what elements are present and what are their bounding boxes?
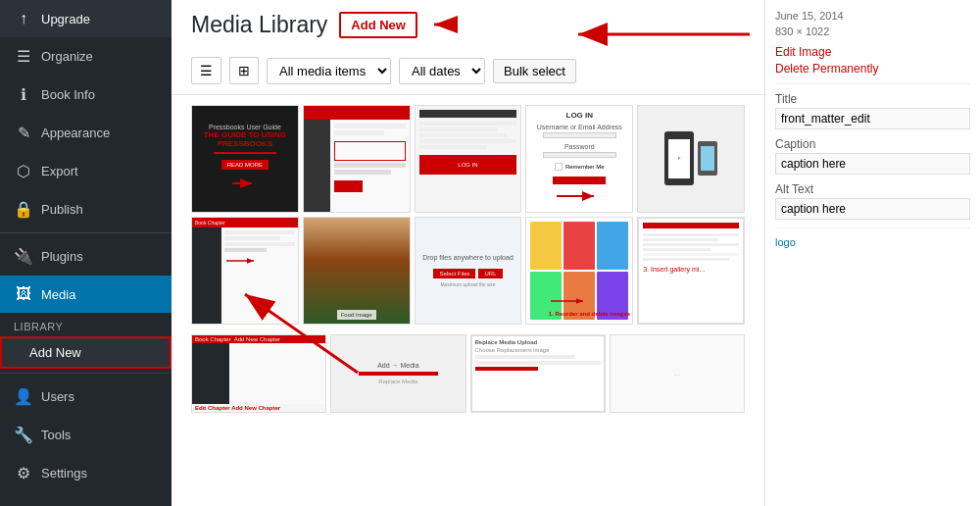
settings-icon: ⚙ xyxy=(14,464,33,482)
bottom-item-4[interactable]: ... xyxy=(610,334,745,413)
alt-text-label: Alt Text xyxy=(775,182,970,196)
grid-view-btn[interactable]: ⊞ xyxy=(229,57,259,84)
alt-text-input[interactable] xyxy=(775,198,970,220)
sidebar-item-label: Appearance xyxy=(41,126,110,140)
media-item-5[interactable]: P xyxy=(637,105,745,213)
sidebar: ↑ Upgrade ☰ Organize ℹ Book Info ✎ Appea… xyxy=(0,0,172,506)
delete-permanently-link[interactable]: Delete Permanently xyxy=(775,62,970,76)
sidebar-item-book-info[interactable]: ℹ Book Info xyxy=(0,76,172,114)
sidebar-item-export[interactable]: ⬡ Export xyxy=(0,152,172,190)
upgrade-icon: ↑ xyxy=(14,10,33,27)
sidebar-item-label: Publish xyxy=(41,202,83,217)
sidebar-item-tools[interactable]: 🔧 Tools xyxy=(0,416,172,454)
bottom-item-1[interactable]: Book Chapter Add New Chapter Edit Chapte… xyxy=(191,334,326,413)
bottom-item-1-sub: Add New Chapter xyxy=(231,405,280,411)
title-label: Title xyxy=(775,92,970,106)
arrow-in-thumb-4 xyxy=(555,186,604,206)
media-item-8[interactable]: Drop files anywhere to upload Select Fil… xyxy=(415,217,522,325)
sidebar-item-label: Settings xyxy=(41,466,87,481)
sidebar-item-organize[interactable]: ☰ Organize xyxy=(0,37,172,76)
page-header: Media Library Add New xyxy=(172,0,764,47)
sidebar-item-publish[interactable]: 🔒 Publish xyxy=(0,190,172,228)
media-item-1[interactable]: Pressbooks User Guide THE GUIDE TO USING… xyxy=(191,105,299,213)
sidebar-item-label: Tools xyxy=(41,428,71,442)
date-filter[interactable]: All dates xyxy=(399,58,485,84)
plugins-icon: 🔌 xyxy=(14,247,33,266)
caption-input[interactable] xyxy=(775,153,970,175)
title-field: Title xyxy=(775,92,970,129)
sidebar-item-appearance[interactable]: ✎ Appearance xyxy=(0,114,172,152)
right-panel-date: June 15, 2014 xyxy=(775,10,970,22)
bulk-select-button[interactable]: Bulk select xyxy=(493,59,576,83)
media-item-7[interactable]: Food Image xyxy=(303,217,411,325)
sidebar-item-upgrade[interactable]: ↑ Upgrade xyxy=(0,0,172,37)
edit-image-link[interactable]: Edit Image xyxy=(775,45,970,59)
sidebar-item-label: Users xyxy=(41,389,74,404)
info-icon: ℹ xyxy=(14,85,33,104)
tools-icon: 🔧 xyxy=(14,426,33,444)
filter-bar: ☰ ⊞ All media items All dates Bulk selec… xyxy=(172,47,764,95)
sidebar-item-label: Upgrade xyxy=(41,12,90,26)
media-item-10[interactable]: 3. Insert gallery mi... xyxy=(637,217,745,325)
sidebar-item-media[interactable]: 🖼 Media xyxy=(0,276,172,313)
appearance-icon: ✎ xyxy=(14,124,33,142)
media-item-3[interactable]: LOG IN xyxy=(415,105,522,213)
bottom-item-2-label: Replace Media xyxy=(378,379,417,384)
bottom-item-3[interactable]: Replace Media Upload Choose Replacement … xyxy=(470,334,606,413)
sidebar-item-label: Media xyxy=(41,287,75,302)
publish-icon: 🔒 xyxy=(14,200,33,219)
arrow-in-thumb-6 xyxy=(224,254,264,268)
title-input[interactable] xyxy=(775,108,970,129)
arrow-in-thumb-1 xyxy=(230,174,260,193)
add-new-label: Add New xyxy=(29,345,81,360)
alt-text-field: Alt Text xyxy=(775,182,970,220)
sidebar-item-label: Organize xyxy=(41,49,93,64)
bottom-item-3-label: Replace Media Upload xyxy=(475,339,601,345)
bottom-row: Book Chapter Add New Chapter Edit Chapte… xyxy=(172,334,764,423)
tags-link[interactable]: logo xyxy=(775,236,970,248)
library-section: Library xyxy=(0,313,172,336)
media-item-6[interactable]: Book Chapter xyxy=(191,217,299,325)
users-icon: 👤 xyxy=(14,387,33,406)
caption-label: Caption xyxy=(775,137,970,151)
arrow-to-add-new xyxy=(429,10,557,39)
caption-field: Caption xyxy=(775,137,970,175)
media-icon: 🖼 xyxy=(14,285,33,303)
right-panel: June 15, 2014 830 × 1022 Edit Image Dele… xyxy=(764,0,980,506)
sidebar-item-label: Plugins xyxy=(41,249,83,264)
sidebar-item-label: Export xyxy=(41,164,78,178)
add-new-button[interactable]: Add New xyxy=(339,12,417,38)
export-icon: ⬡ xyxy=(14,162,33,180)
right-panel-dims: 830 × 1022 xyxy=(775,25,970,37)
page-title: Media Library xyxy=(191,12,327,38)
media-type-filter[interactable]: All media items xyxy=(267,58,391,84)
sidebar-item-users[interactable]: 👤 Users xyxy=(0,378,172,416)
organize-icon: ☰ xyxy=(14,47,33,66)
sidebar-item-settings[interactable]: ⚙ Settings xyxy=(0,454,172,492)
bottom-item-3-sub: Choose Replacement Image xyxy=(475,347,601,353)
reorder-arrow xyxy=(549,291,598,311)
bottom-item-2[interactable]: Add → Media Replace Media xyxy=(330,334,466,413)
main-content: Media Library Add New ☰ ⊞ All media item… xyxy=(172,0,764,506)
media-item-2[interactable] xyxy=(303,105,411,213)
media-grid: Pressbooks User Guide THE GUIDE TO USING… xyxy=(172,95,764,334)
sidebar-add-new[interactable]: Add New xyxy=(0,336,172,369)
sidebar-item-label: Book Info xyxy=(41,87,95,102)
media-item-4[interactable]: LOG IN Username or Email Address Passwor… xyxy=(525,105,633,213)
list-view-btn[interactable]: ☰ xyxy=(191,57,221,84)
sidebar-item-plugins[interactable]: 🔌 Plugins xyxy=(0,237,172,276)
media-item-9[interactable]: 1. Reorder and delete images xyxy=(525,217,633,325)
bottom-item-1-label: Edit Chapter xyxy=(195,405,230,411)
